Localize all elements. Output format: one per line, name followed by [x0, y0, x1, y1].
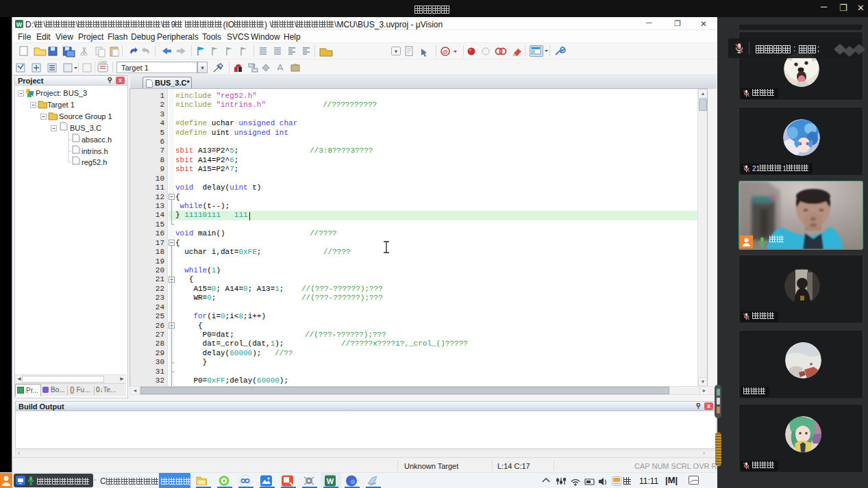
- svg-text:W: W: [16, 21, 23, 28]
- svg-text:@: @: [443, 49, 448, 55]
- svg-text:W: W: [327, 477, 334, 485]
- svg-text:LOAD: LOAD: [99, 61, 108, 64]
